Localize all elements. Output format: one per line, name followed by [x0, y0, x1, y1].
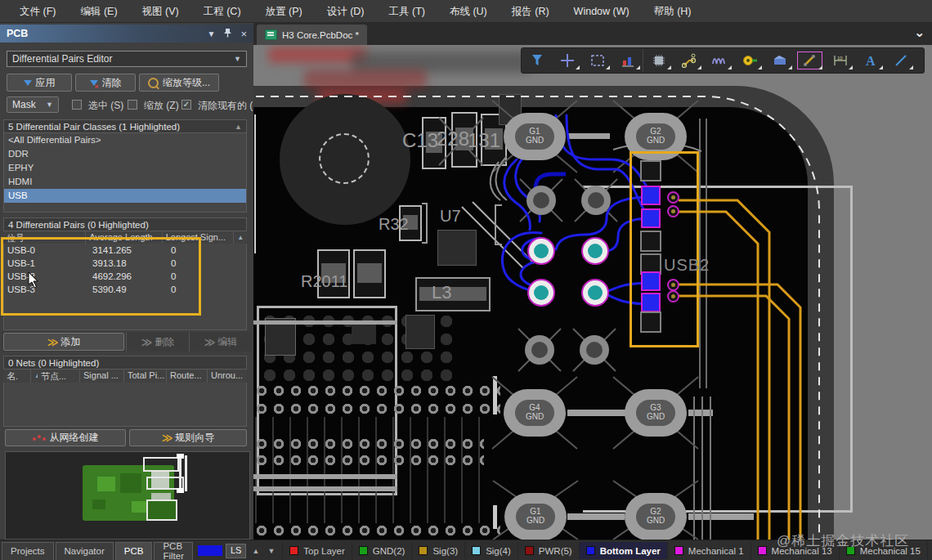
layer-tab-partial[interactable]	[927, 542, 932, 559]
pairs-section-header[interactable]: 4 Differential Pairs (0 Highlighted)	[3, 217, 247, 231]
menu-bar: 文件 (F) 编辑 (E) 视图 (V) 工程 (C) 放置 (P) 设计 (D…	[0, 0, 932, 23]
board-edge-dashed-line	[253, 96, 819, 540]
tab-projects[interactable]: Projects	[2, 542, 54, 560]
class-item-usb[interactable]: USB	[4, 189, 246, 203]
tab-scroll-chevron-icon[interactable]: ⌄	[914, 25, 925, 40]
layer-swatch	[586, 546, 595, 555]
board-inspector-icon[interactable]	[612, 49, 643, 72]
pin-icon[interactable]	[223, 28, 232, 39]
via-pad-1	[526, 186, 556, 215]
layer-tab-top[interactable]: Top Layer	[282, 542, 352, 559]
menu-place[interactable]: 放置 (P)	[254, 0, 314, 23]
class-item-hdmi[interactable]: HDMI	[4, 175, 246, 189]
teal-pad-3	[527, 279, 555, 307]
silk-r2011: R2011	[301, 272, 347, 291]
length-tuning-icon[interactable]	[704, 49, 734, 72]
layer-up-icon[interactable]: ▲	[252, 547, 259, 555]
create-from-nets-button[interactable]: 从网络创建	[5, 429, 126, 446]
svg-text:10: 10	[837, 56, 843, 60]
layer-swatch	[359, 546, 368, 555]
class-item-ephy[interactable]: EPHY	[4, 161, 246, 175]
edit-pair-button[interactable]: ≫ 编辑	[189, 332, 252, 352]
polygon-pour-icon[interactable]	[764, 49, 795, 72]
clear-button[interactable]: 清除	[75, 74, 136, 92]
apply-button[interactable]: 应用	[7, 74, 72, 92]
delete-pair-button[interactable]: ≫ 删除	[126, 332, 189, 352]
mini-connector-3	[146, 500, 177, 521]
canvas-toolbar: 10 A	[521, 47, 925, 74]
col-signal: Signal ...	[80, 370, 124, 383]
menu-project[interactable]: 工程 (C)	[192, 0, 253, 23]
menu-design[interactable]: 设计 (D)	[316, 0, 376, 23]
add-pair-button[interactable]: ≫ 添加	[3, 333, 124, 351]
active-layer-swatch	[198, 545, 222, 556]
selection-rect-icon[interactable]	[582, 49, 612, 72]
zoom-checkbox[interactable]	[128, 100, 137, 110]
silk-r32: R32	[379, 215, 409, 234]
text-icon[interactable]: A	[855, 49, 885, 72]
dimension-icon[interactable]: 10	[825, 49, 855, 72]
watermark-text: @稀土掘金技术社区	[777, 531, 909, 550]
mask-dropdown[interactable]: Mask▼	[7, 96, 59, 113]
close-icon[interactable]: ×	[240, 28, 247, 40]
layer-set-control: LS ▲ ▼	[198, 544, 277, 558]
panel-menu-icon[interactable]: ▼	[208, 29, 216, 38]
net-dots-icon	[33, 435, 46, 441]
mouse-cursor	[28, 272, 41, 289]
document-tab[interactable]: H3 Core.PcbDoc *	[257, 25, 367, 45]
tab-pcb[interactable]: PCB	[115, 542, 153, 560]
menu-help[interactable]: 帮助 (H)	[643, 0, 703, 23]
menu-view[interactable]: 视图 (V)	[131, 0, 190, 23]
class-item-all[interactable]: <All Differential Pairs>	[4, 133, 246, 147]
pad-g2-bottom: G2GND	[625, 493, 687, 540]
menu-edit[interactable]: 编辑 (E)	[69, 0, 128, 23]
layer-swatch	[674, 546, 683, 555]
silk-usb2: USB2	[664, 256, 710, 275]
layer-tab-pwr5[interactable]: PWR(5)	[518, 542, 579, 559]
layer-down-icon[interactable]: ▼	[267, 547, 275, 555]
editor-selector-dropdown[interactable]: Differential Pairs Editor ▼	[7, 51, 247, 67]
select-checkbox[interactable]	[72, 100, 82, 110]
pad-g1-top: G1GND	[504, 113, 566, 160]
track-icon[interactable]	[795, 49, 825, 72]
zoom-level-button[interactable]: 缩放等级...	[139, 74, 219, 92]
clear-existing-checkbox[interactable]: ✓	[181, 100, 191, 110]
tab-navigator[interactable]: Navigator	[56, 542, 114, 560]
layer-tab-mech1[interactable]: Mechanical 1	[667, 542, 751, 559]
select-checkbox-label: 选中 (S)	[88, 99, 123, 113]
interactive-routing-icon[interactable]	[674, 49, 704, 72]
via-icon[interactable]	[734, 49, 764, 72]
menu-route[interactable]: 布线 (U)	[438, 0, 499, 23]
rule-wizard-button[interactable]: ≫ 规则向导	[129, 429, 247, 446]
tab-pcb-filter[interactable]: PCB Filter	[154, 542, 193, 560]
filter-icon[interactable]	[522, 49, 552, 72]
panel-tab-row: Projects Navigator PCB PCB Filter	[0, 540, 193, 560]
layer-tab-bottom[interactable]: Bottom Layer	[579, 542, 667, 559]
line-icon[interactable]	[885, 49, 916, 72]
silk-131: 131	[468, 129, 500, 152]
layer-set-button[interactable]: LS	[226, 544, 246, 558]
teal-pad-2	[581, 237, 609, 265]
pcb-canvas[interactable]: G1GND G2GND G4GND G3GND G1GND G2GND	[253, 45, 932, 540]
layer-tab-sig4[interactable]: Sig(4)	[464, 542, 518, 559]
crosshair-icon[interactable]	[552, 49, 582, 72]
class-item-ddr[interactable]: DDR	[4, 147, 246, 161]
nets-table	[3, 383, 247, 427]
layer-tab-gnd2[interactable]: GND(2)	[352, 542, 412, 559]
layer-swatch	[419, 546, 428, 555]
classes-section-header[interactable]: 5 Differential Pair Classes (1 Highlight…	[3, 119, 247, 133]
pair-actions-row: ≫ 添加 ≫ 删除 ≫ 编辑	[2, 332, 252, 352]
menu-file[interactable]: 文件 (F)	[8, 0, 67, 23]
editor-selector-value: Differential Pairs Editor	[12, 53, 113, 65]
menu-reports[interactable]: 报告 (R)	[500, 0, 561, 23]
board-miniature[interactable]	[5, 451, 250, 540]
menu-window[interactable]: Window (W)	[562, 0, 641, 23]
diff-pair-delete-icon: ≫	[141, 336, 151, 348]
menu-tools[interactable]: 工具 (T)	[378, 0, 437, 23]
nets-section-header[interactable]: 0 Nets (0 Highlighted)	[3, 356, 247, 370]
layer-swatch	[758, 546, 767, 555]
classes-list: <All Differential Pairs> DDR EPHY HDMI U…	[3, 133, 247, 213]
layer-tab-sig3[interactable]: Sig(3)	[411, 542, 464, 559]
document-tab-title: H3 Core.PcbDoc *	[282, 30, 359, 40]
component-icon[interactable]	[643, 49, 674, 72]
